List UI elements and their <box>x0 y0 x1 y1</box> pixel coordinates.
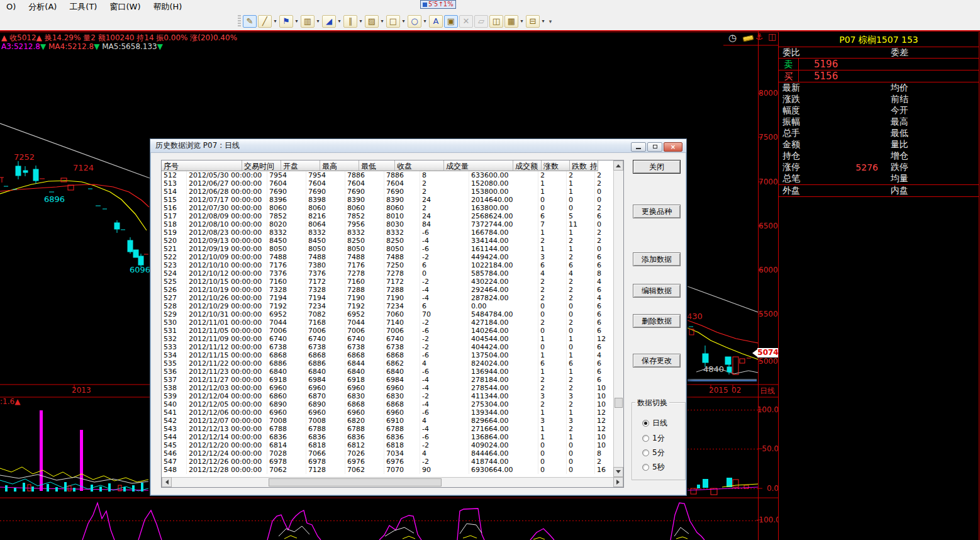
buy-row[interactable]: 买 5156 <box>779 70 979 82</box>
chevron-down-icon[interactable]: ▾ <box>272 15 278 28</box>
vertical-lines-tool-icon[interactable]: ▥ <box>301 15 315 28</box>
chevron-down-icon[interactable]: ▾ <box>401 15 406 28</box>
chevron-down-icon[interactable]: ▾ <box>379 15 385 28</box>
table-row[interactable]: 5422012/12/07 00:00:00700870086820691048… <box>162 417 613 425</box>
table-row[interactable]: 5462012/12/24 00:00:00702870667026703448… <box>162 449 613 458</box>
table-row[interactable]: 5452012/12/20 00:00:006814681868126818-2… <box>162 441 613 449</box>
overlay-windows-icon[interactable]: ▣ <box>444 15 458 28</box>
table-row[interactable]: 5132012/06/27 00:00:00760476047604760421… <box>162 179 613 188</box>
column-header[interactable]: 收盘 <box>395 160 444 171</box>
table-row[interactable]: 5262012/10/19 00:00:007328732872887288-4… <box>162 286 613 294</box>
instrument-title[interactable]: P07 棕榈1507 153 <box>779 32 979 47</box>
rectangle-tool-icon[interactable]: □ <box>386 15 400 28</box>
text-tool-icon[interactable]: A <box>429 15 443 28</box>
column-header[interactable]: 序号 <box>162 160 242 171</box>
table-row[interactable]: 5402012/12/05 00:00:006890689068686868-4… <box>162 400 613 408</box>
column-header[interactable]: 最低 <box>359 160 395 171</box>
calculator-tool-icon[interactable]: ◫ <box>489 15 503 28</box>
chevron-down-icon[interactable]: ▾ <box>519 15 525 28</box>
radio-5min[interactable]: 5分 <box>642 447 665 458</box>
table-row[interactable]: 5332012/11/12 00:00:006738673867386738-2… <box>162 343 613 351</box>
table-row[interactable]: 5412012/12/06 00:00:006960696069606960-6… <box>162 408 613 417</box>
column-header[interactable]: 交易时间 <box>242 160 281 171</box>
palette-tool-icon[interactable]: ▦ <box>504 15 518 28</box>
dialog-titlebar[interactable]: 历史数据浏览 P07 : 日线 × <box>150 139 686 153</box>
table-row[interactable]: 5372012/11/27 00:00:006918698469186984-4… <box>162 376 613 384</box>
table-row[interactable]: 5222012/10/09 00:00:007488748874887488-2… <box>162 253 613 261</box>
chevron-down-icon[interactable]: ▾ <box>315 15 321 28</box>
chevron-down-icon[interactable]: ▾ <box>422 15 428 28</box>
sell-row[interactable]: 卖 5196 <box>779 59 979 70</box>
toolbar-overflow-chevron[interactable]: ▾ <box>547 15 554 28</box>
column-header[interactable]: 成交额 <box>513 160 542 171</box>
table-row[interactable]: 5312012/11/05 00:00:007006700670067006-6… <box>162 327 613 335</box>
hatch-tool-icon[interactable]: ▨ <box>365 15 379 28</box>
column-header[interactable]: 跌数 <box>570 160 588 171</box>
change-symbol-button[interactable]: 更换品种 <box>633 205 681 218</box>
buy-price[interactable]: 5156 <box>799 70 838 82</box>
column-header[interactable]: 开盘 <box>281 160 320 171</box>
column-header[interactable]: 成交量 <box>444 160 513 171</box>
table-row[interactable]: 5202012/09/13 00:00:008450845082508250-4… <box>162 237 613 245</box>
period-label[interactable]: 日线 <box>760 386 775 397</box>
chevron-down-icon[interactable]: ▾ <box>540 15 546 28</box>
column-header[interactable]: 涨数 <box>542 160 570 171</box>
close-button[interactable]: 关闭 <box>633 160 681 174</box>
menu-item[interactable]: 帮助(H) <box>147 0 188 14</box>
radio-1min[interactable]: 1分 <box>642 433 665 444</box>
add-data-button[interactable]: 添加数据 <box>633 252 681 266</box>
table-row[interactable]: 5212012/09/19 00:00:008050805080508050-6… <box>162 245 613 253</box>
column-header[interactable]: 持 <box>588 160 598 171</box>
draw-tool-icon[interactable]: ✎ <box>243 15 257 28</box>
table-row[interactable]: 5292012/10/31 00:00:00695270826952706070… <box>162 310 613 318</box>
close-window-button[interactable]: × <box>664 142 682 152</box>
chevron-down-icon[interactable]: ▾ <box>337 15 342 28</box>
table-row[interactable]: 5152012/07/17 00:00:00839683988390839024… <box>162 196 613 204</box>
menu-item[interactable]: 分析(A) <box>22 0 63 14</box>
toolbar-grip[interactable] <box>238 15 241 28</box>
channel-tool-icon[interactable]: ∥ <box>343 15 357 28</box>
table-row[interactable]: 5342012/11/15 00:00:006868686868686868-6… <box>162 351 613 359</box>
table-row[interactable]: 5162012/07/30 00:00:00806080608060806021… <box>162 204 613 212</box>
fan-lines-tool-icon[interactable]: ◢ <box>322 15 336 28</box>
scroll-left-button[interactable] <box>162 477 172 487</box>
table-row[interactable]: 5182012/08/10 00:00:00802080647956803084… <box>162 220 613 228</box>
trendline-tool-icon[interactable]: ╱ <box>258 15 272 28</box>
table-row[interactable]: 5252012/10/15 00:00:007160717271607172-2… <box>162 278 613 286</box>
table-row[interactable]: 5272012/10/26 00:00:007194719471907190-4… <box>162 294 613 302</box>
edit-data-button[interactable]: 编辑数据 <box>633 284 681 298</box>
save-changes-button[interactable]: 保存更改 <box>633 354 681 368</box>
table-row[interactable]: 5142012/06/28 00:00:00769076907690769021… <box>162 188 613 196</box>
table-row[interactable]: 5232012/10/10 00:00:00717673807176725061… <box>162 261 613 269</box>
radio-5sec[interactable]: 5秒 <box>642 462 665 473</box>
menu-item[interactable]: O) <box>0 0 22 14</box>
scroll-up-button[interactable] <box>613 160 623 171</box>
horizontal-scroll-thumb[interactable] <box>269 478 442 487</box>
table-row[interactable]: 5472012/12/26 00:00:006978697869766976-2… <box>162 458 613 466</box>
table-row[interactable]: 5282012/10/29 00:00:00719272347192723460… <box>162 302 613 310</box>
menu-item[interactable]: 窗口(W) <box>103 0 147 14</box>
ellipse-tool-icon[interactable]: ○ <box>408 15 421 28</box>
table-row[interactable]: 5302012/11/01 00:00:007044716870447140-2… <box>162 318 613 327</box>
scroll-right-button[interactable] <box>613 477 623 487</box>
save-tool-icon[interactable]: ⊟ <box>526 15 540 28</box>
chevron-down-icon[interactable]: ▾ <box>294 15 299 28</box>
table-row[interactable]: 5122012/05/30 00:00:00795479547886788686… <box>162 171 613 179</box>
table-row[interactable]: 5352012/11/22 00:00:00688668866844686248… <box>162 359 613 368</box>
restore-button[interactable] <box>647 142 662 152</box>
radio-daily[interactable]: 日线 <box>642 418 667 429</box>
chevron-down-icon[interactable]: ▾ <box>358 15 364 28</box>
anchor-icon[interactable]: ⚓ <box>755 31 764 42</box>
table-row[interactable]: 5382012/12/03 00:00:006960696069606960-4… <box>162 384 613 392</box>
table-row[interactable]: 5192012/08/23 00:00:008332833283328332-6… <box>162 228 613 237</box>
vertical-scroll-thumb[interactable] <box>615 398 623 408</box>
flag-tool-icon[interactable]: ⚑ <box>279 15 293 28</box>
table-row[interactable]: 5432012/12/13 00:00:006788678867886788-4… <box>162 425 613 433</box>
window-restore-icon[interactable]: ◫ <box>768 31 776 42</box>
menu-item[interactable]: 工具(T) <box>63 0 103 14</box>
table-row[interactable]: 5482012/12/28 00:00:00706271287062707090… <box>162 466 613 474</box>
table-row[interactable]: 5172012/08/09 00:00:00785282167852801024… <box>162 212 613 220</box>
table-row[interactable]: 5442012/12/14 00:00:006836683668366836-6… <box>162 433 613 441</box>
table-row[interactable]: 5362012/11/23 00:00:006840684068406840-6… <box>162 368 613 376</box>
delete-data-button[interactable]: 删除数据 <box>633 314 681 328</box>
